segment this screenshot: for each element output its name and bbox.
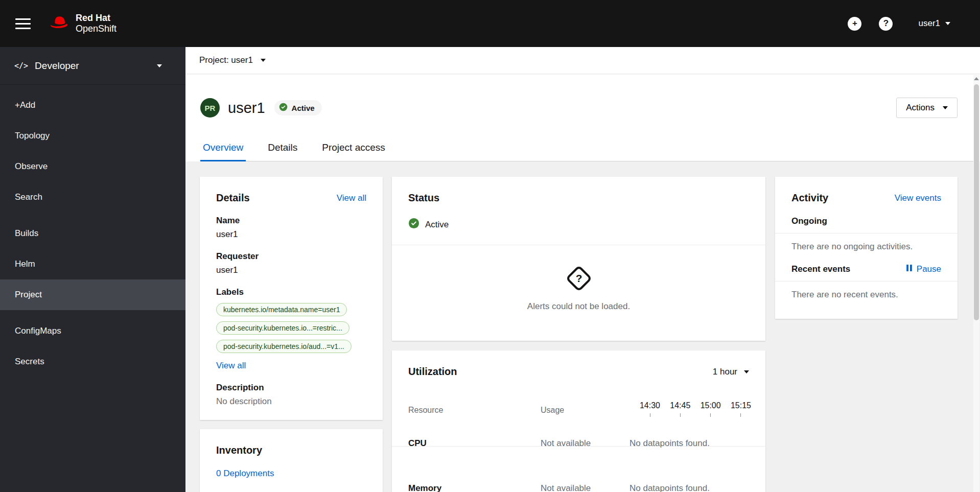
sidebar: </> Developer +Add Topology Observe Sear… [0, 47, 185, 492]
scroll-up-icon[interactable] [974, 77, 979, 80]
sidebar-item-observe[interactable]: Observe [0, 151, 185, 182]
sidebar-item-topology[interactable]: Topology [0, 121, 185, 151]
requester-value: user1 [216, 265, 366, 275]
page-title: user1 [228, 100, 265, 116]
time-axis: 14:30 14:45 15:00 15:15 [636, 401, 755, 417]
pause-button-label: Pause [917, 264, 941, 274]
chevron-down-icon [261, 59, 266, 62]
label-chip[interactable]: pod-security.kubernetes.io/aud...=v1... [216, 340, 352, 353]
label-chip[interactable]: pod-security.kubernetes.io...=restric... [216, 321, 349, 335]
description-value: No description [216, 396, 366, 407]
time-tick: 14:30 [636, 401, 664, 417]
sidebar-item-helm[interactable]: Helm [0, 249, 185, 279]
details-view-all-link[interactable]: View all [337, 193, 366, 203]
status-badge-label: Active [292, 104, 315, 112]
code-icon: </> [14, 61, 28, 71]
resource-name[interactable]: CPU [408, 438, 427, 449]
nav-group-developer: +Add Topology Observe Search [0, 90, 185, 213]
brand-line2: OpenShift [76, 24, 116, 34]
chevron-down-icon [157, 64, 162, 67]
username: user1 [918, 18, 940, 29]
labels-view-all-link[interactable]: View all [216, 361, 246, 371]
sidebar-item-project[interactable]: Project [0, 279, 185, 310]
page-header: PR user1 Active Actions Overview Details… [185, 74, 980, 161]
utilization-axis: Resource Usage 14:30 14:45 15:00 15:15 [392, 378, 765, 423]
status-card-title: Status [408, 192, 439, 204]
actions-button-label: Actions [906, 103, 935, 113]
project-selector-label: Project: user1 [199, 55, 253, 65]
brand-line1: Red Hat [76, 13, 116, 24]
resource-usage: Not available [541, 438, 591, 449]
content: Details View all Name user1 Requester us… [185, 161, 980, 492]
tab-project-access[interactable]: Project access [319, 142, 388, 161]
brand: Red Hat OpenShift [48, 13, 116, 34]
resource-datapoints: No datapoints found. [629, 438, 710, 449]
activity-card: Activity View events Ongoing There are n… [775, 177, 958, 319]
sidebar-item-secrets[interactable]: Secrets [0, 346, 185, 377]
menu-icon[interactable] [15, 18, 31, 29]
label-chip[interactable]: kubernetes.io/metadata.name=user1 [216, 303, 347, 316]
ongoing-label: Ongoing [791, 216, 827, 226]
requester-label: Requester [216, 251, 366, 262]
duration-dropdown[interactable]: 1 hour [713, 367, 749, 377]
chevron-down-icon [945, 22, 950, 25]
nav-group-config: ConfigMaps Secrets [0, 316, 185, 377]
sidebar-item-configmaps[interactable]: ConfigMaps [0, 316, 185, 346]
utilization-row-cpu: CPU Not available No datapoints found. [392, 423, 765, 467]
deployments-link[interactable]: 0 Deployments [216, 468, 274, 478]
tab-details[interactable]: Details [265, 142, 300, 161]
details-card: Details View all Name user1 Requester us… [200, 177, 383, 420]
pause-button[interactable]: Pause [906, 264, 941, 274]
scrollbar-thumb[interactable] [974, 84, 979, 320]
sidebar-item-builds[interactable]: Builds [0, 218, 185, 249]
tab-overview[interactable]: Overview [200, 142, 246, 161]
time-tick: 15:15 [727, 401, 755, 417]
actions-button[interactable]: Actions [896, 98, 958, 118]
time-tick: 15:00 [696, 401, 725, 417]
resource-usage: Not available [541, 483, 591, 492]
perspective-switcher[interactable]: </> Developer [0, 47, 185, 85]
usage-column-header: Usage [541, 406, 564, 415]
main-area: Project: user1 PR user1 Active Actions O… [185, 47, 980, 492]
sidebar-item-add[interactable]: +Add [0, 90, 185, 121]
masthead: Red Hat OpenShift + ? user1 [0, 0, 980, 47]
description-label: Description [216, 383, 366, 393]
resource-name[interactable]: Memory [408, 483, 441, 492]
perspective-label: Developer [35, 60, 157, 72]
recent-events-label: Recent events [791, 264, 850, 274]
time-tick: 14:45 [666, 401, 694, 417]
utilization-card-title: Utilization [408, 366, 457, 378]
resource-column-header: Resource [408, 406, 443, 415]
name-label: Name [216, 216, 366, 226]
recent-empty-message: There are no recent events. [775, 290, 958, 300]
pause-icon [906, 264, 913, 274]
project-selector[interactable]: Project: user1 [199, 55, 266, 65]
view-events-link[interactable]: View events [895, 193, 941, 203]
scrollbar [973, 75, 979, 492]
redhat-logo-icon [48, 15, 69, 32]
nav-group-resources: Builds Helm Project [0, 218, 185, 310]
check-circle-icon [279, 103, 288, 113]
duration-value: 1 hour [713, 367, 737, 377]
utilization-card: Utilization 1 hour Resource Usage 14:30 … [392, 350, 765, 492]
name-value: user1 [216, 229, 366, 240]
sidebar-item-search[interactable]: Search [0, 182, 185, 213]
divider [392, 245, 765, 245]
labels-group: kubernetes.io/metadata.name=user1 pod-se… [216, 303, 366, 353]
status-active-label: Active [425, 220, 449, 230]
help-icon[interactable]: ? [879, 17, 893, 31]
add-plus-icon[interactable]: + [848, 17, 861, 31]
divider [775, 281, 958, 282]
utilization-row-memory: Memory Not available No datapoints found… [392, 467, 765, 492]
project-badge: PR [200, 98, 220, 118]
svg-text:?: ? [575, 272, 582, 284]
user-menu[interactable]: user1 [918, 18, 950, 29]
alerts-empty-message: Alerts could not be loaded. [392, 301, 765, 312]
status-badge: Active [274, 100, 322, 115]
details-card-title: Details [216, 192, 250, 204]
chevron-down-icon [744, 370, 749, 373]
labels-label: Labels [216, 287, 366, 297]
inventory-card: Inventory 0 Deployments [200, 429, 383, 492]
chevron-down-icon [943, 106, 948, 109]
divider [775, 233, 958, 233]
